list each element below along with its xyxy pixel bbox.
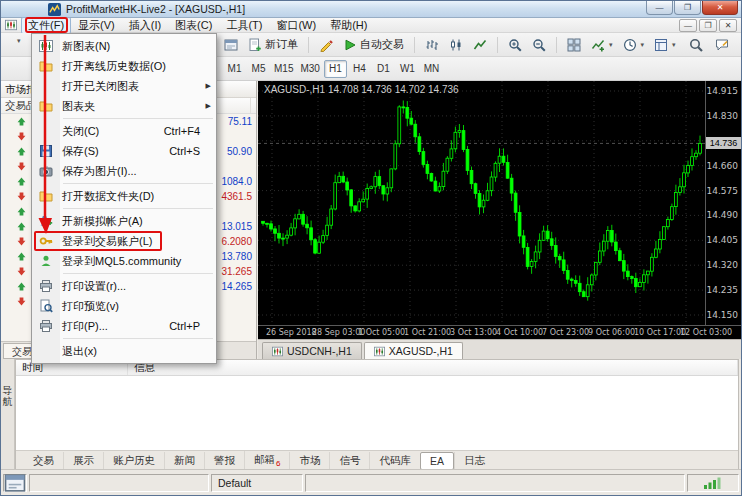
- timeframe-W1-button[interactable]: W1: [396, 60, 419, 78]
- terminal-tab-label: 警报: [214, 454, 235, 466]
- new-chart-button[interactable]: ▾: [16, 37, 21, 45]
- terminal-tab-账户历史[interactable]: 账户历史: [103, 452, 164, 470]
- terminal-tab-市场[interactable]: 市场: [289, 452, 329, 470]
- terminal-column-信息[interactable]: 信息: [128, 360, 738, 375]
- chart-window[interactable]: XAGUSD-,H1 14.708 14.736 14.702 14.736 1…: [258, 81, 741, 339]
- file-menu-item[interactable]: 保存(S)Ctrl+S: [32, 141, 216, 161]
- terminal-tabs: 交易展示账户历史新闻警报邮箱6市场信号代码库EA日志: [16, 450, 738, 470]
- file-menu-item[interactable]: 登录到交易账户(L): [32, 231, 216, 251]
- navigator-dock-tab[interactable]: 导航: [1, 359, 15, 471]
- child-restore-button[interactable]: ❐: [699, 19, 717, 32]
- timeframe-D1-button[interactable]: D1: [372, 60, 395, 78]
- autotrading-button[interactable]: 自动交易: [339, 35, 408, 55]
- profile-indicator[interactable]: Default: [211, 474, 303, 492]
- timeframe-M30-button[interactable]: M30: [297, 60, 322, 78]
- menu-帮助(H)[interactable]: 帮助(H): [323, 17, 374, 34]
- file-menu-item[interactable]: 图表夹▶: [32, 96, 216, 116]
- menu-插入(I)[interactable]: 插入(I): [122, 17, 168, 34]
- templates-button[interactable]: ▾: [650, 35, 680, 55]
- timeframe-MN-button[interactable]: MN: [420, 60, 443, 78]
- file-menu-item[interactable]: 打开已关闭图表▶: [32, 76, 216, 96]
- terminal-tab-新闻[interactable]: 新闻: [164, 452, 204, 470]
- templates-icon: [654, 38, 668, 52]
- price-scale[interactable]: 14.91514.83014.74514.66014.57514.49014.4…: [705, 81, 741, 325]
- window-title: ProfitMarketHK-Live2 - [XAGUSD-,H1]: [66, 3, 245, 15]
- periods-button[interactable]: ▾: [619, 35, 649, 55]
- titlebar: ProfitMarketHK-Live2 - [XAGUSD-,H1] — ❐ …: [1, 1, 741, 18]
- dropdown-caret-icon: ▾: [17, 37, 21, 45]
- chat-icon: [715, 38, 729, 52]
- terminal-tab-警报[interactable]: 警报: [204, 452, 244, 470]
- file-menu-item[interactable]: 保存为图片(I)...: [32, 161, 216, 181]
- terminal-tab-label: 代码库: [379, 454, 411, 466]
- chart-tab-USDCNH-,H1[interactable]: USDCNH-,H1: [262, 342, 362, 359]
- down-sym-icon: [16, 161, 27, 172]
- file-menu-item[interactable]: 登录到MQL5.community: [32, 251, 216, 271]
- candlestick-mode-button[interactable]: [445, 35, 467, 55]
- mail-count-badge: 6: [276, 459, 280, 468]
- file-menu-item[interactable]: 打印设置(r)...: [32, 276, 216, 296]
- terminal-toggle-button[interactable]: [220, 35, 242, 55]
- terminal-tab-展示[interactable]: 展示: [63, 452, 103, 470]
- file-menu-item[interactable]: 关闭(C)Ctrl+F4: [32, 121, 216, 141]
- menu-窗口(W)[interactable]: 窗口(W): [269, 17, 323, 34]
- community-chat-button[interactable]: [711, 35, 733, 55]
- menu-separator: [63, 118, 213, 119]
- terminal-tab-代码库[interactable]: 代码库: [369, 452, 420, 470]
- doc-new-icon: [248, 38, 262, 52]
- zoom-in-button[interactable]: [504, 35, 526, 55]
- app-logo-icon: [48, 3, 61, 16]
- metaeditor-button[interactable]: [315, 35, 337, 55]
- indicators-button[interactable]: ▾: [587, 35, 617, 55]
- terminal-panel: 时间信息 交易展示账户历史新闻警报邮箱6市场信号代码库EA日志: [15, 359, 739, 471]
- timeframe-M15-button[interactable]: M15: [271, 60, 296, 78]
- down-sym-icon: [16, 236, 27, 247]
- terminal-tab-EA[interactable]: EA: [420, 452, 454, 470]
- child-close-button[interactable]: ✕: [719, 19, 737, 32]
- file-menu-item-label: 保存为图片(I)...: [62, 164, 137, 179]
- timeframe-M1-button[interactable]: M1: [223, 60, 246, 78]
- bar-chart-mode-button[interactable]: [421, 35, 443, 55]
- new-order-button[interactable]: 新订单: [244, 35, 302, 55]
- terminal-tab-邮箱[interactable]: 邮箱6: [244, 451, 289, 470]
- file-menu-item[interactable]: 新图表(N): [32, 36, 216, 56]
- child-minimize-button[interactable]: —: [679, 19, 697, 32]
- chart-tab-XAGUSD-,H1[interactable]: XAGUSD-,H1: [364, 342, 463, 359]
- bid-price: 13.780: [221, 251, 252, 262]
- tile-windows-button[interactable]: [563, 35, 585, 55]
- search-button[interactable]: [685, 35, 707, 55]
- menu-图表(C)[interactable]: 图表(C): [168, 17, 219, 34]
- file-menu-item[interactable]: 打开数据文件夹(D): [32, 186, 216, 206]
- terminal-tab-日志[interactable]: 日志: [454, 452, 494, 470]
- print-preview-icon: [37, 299, 55, 313]
- connection-signal-bars: [687, 474, 739, 492]
- timeframe-H1-button[interactable]: H1: [324, 60, 347, 78]
- file-menu-item[interactable]: 退出(x): [32, 341, 216, 361]
- line-chart-mode-button[interactable]: [469, 35, 491, 55]
- maximize-button[interactable]: ❐: [674, 1, 701, 15]
- time-tick-label: 9 Oct 06:00: [588, 328, 635, 337]
- menu-显示(V)[interactable]: 显示(V): [71, 17, 122, 34]
- play-green-icon: [343, 38, 357, 52]
- file-menu-item[interactable]: 打开离线历史数据(O): [32, 56, 216, 76]
- minimize-button[interactable]: —: [646, 1, 673, 15]
- file-menu-item[interactable]: 打印预览(v): [32, 296, 216, 316]
- terminal-tab-label: 展示: [73, 454, 94, 466]
- up-sym-icon: [16, 146, 27, 157]
- time-axis[interactable]: 26 Sep 201828 Sep 03:001 Oct 05:001 Oct …: [258, 325, 741, 339]
- file-menu-item[interactable]: 打印(P)...Ctrl+P: [32, 316, 216, 336]
- timeframe-M5-button[interactable]: M5: [247, 60, 270, 78]
- terminal-tab-交易[interactable]: 交易: [24, 452, 63, 470]
- connection-menu-icon[interactable]: [3, 474, 27, 492]
- candlestick-chart[interactable]: [258, 81, 705, 325]
- menu-工具(T)[interactable]: 工具(T): [219, 17, 269, 34]
- timeframe-H4-button[interactable]: H4: [348, 60, 371, 78]
- close-button[interactable]: ✕: [702, 1, 738, 15]
- zoom-out-button[interactable]: [528, 35, 550, 55]
- file-menu-item[interactable]: 开新模拟帐户(A): [32, 211, 216, 231]
- menu-文件(F)[interactable]: 文件(F): [21, 17, 71, 34]
- terminal-content: [16, 376, 738, 450]
- tile-windows-icon: [567, 38, 581, 52]
- price-tick-label: 14.660: [707, 161, 739, 171]
- terminal-tab-信号[interactable]: 信号: [329, 452, 369, 470]
